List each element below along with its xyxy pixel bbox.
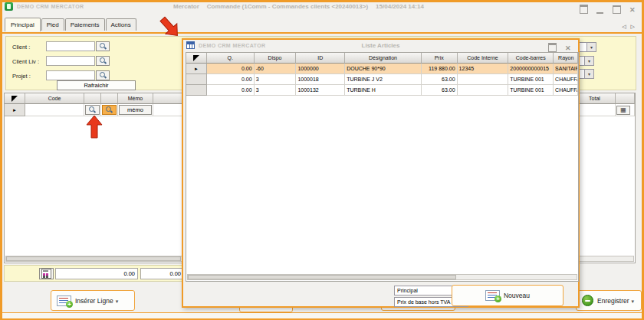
chevron-down-icon[interactable] [586,43,596,51]
grid-corner[interactable] [5,93,25,104]
column-header-designation[interactable]: Désignation [345,53,422,64]
tab-strip: PrincipalPiedPaiementsActions [5,17,137,32]
column-header-q[interactable]: Q. [207,53,255,64]
column-header-code[interactable]: Code [25,93,84,104]
column-header-memo[interactable]: Mémo [118,93,153,104]
memo-button[interactable]: mémo [119,105,152,115]
chevron-down-icon[interactable] [584,70,593,78]
client-liv-search-button[interactable] [96,56,110,66]
column-header-end [616,93,635,104]
row-selector [5,104,25,116]
article-row[interactable]: 0.00 3 1000132 TURBINE H 63.00 TURBINE 0… [186,85,578,96]
cell-designation: TURBINE H [345,85,422,96]
tab-principal[interactable]: Principal [5,18,41,31]
cell-q: 0.00 [207,85,255,96]
client-search-button[interactable] [96,41,110,51]
scrollbar-thumb[interactable] [6,256,181,261]
cell-designation: DOUCHE 90*90 [345,64,422,74]
search-icon [100,72,107,79]
scrollbar-thumb[interactable] [188,275,456,279]
save-button[interactable]: Enregistrer [576,290,642,311]
cell-designation: TURBINE J V2 [345,74,422,85]
article-search-button-highlighted[interactable] [102,105,117,115]
cell-code-interne: 12345 [458,64,509,74]
restore-icon[interactable] [580,5,588,14]
total-field-2: 0.00 [140,268,184,279]
column-header-prix[interactable]: Prix [422,53,458,64]
article-row[interactable]: 0.00 3 1000018 TURBINE J V2 63.00 TURBIN… [186,74,578,85]
new-article-label: Nouveau [504,292,530,299]
title-datetime: 15/04/2024 14:14 [376,3,424,10]
price-combo-value: Prix de base hors TVA [397,299,450,305]
restore-icon[interactable] [548,43,557,52]
cell-id: 1000018 [296,74,345,85]
tab-scroll-left-icon[interactable]: ◁ [622,24,626,30]
row-detail-button[interactable] [616,106,630,115]
memo-cell: mémo [118,104,153,116]
row-selector [186,74,207,85]
window-controls [574,3,636,17]
save-label: Enregistrer [597,297,634,305]
close-icon[interactable] [629,8,636,14]
cell-rayon: CHAUFFAGE [554,85,578,96]
totals-calc-button[interactable] [39,268,54,279]
column-header-blank-2[interactable] [101,93,118,104]
minimize-icon[interactable] [596,8,603,14]
insert-line-button[interactable]: Insérer Ligne [51,290,135,311]
annotation-arrow-to-search-button [85,114,104,139]
grid-corner-triangle-icon [12,96,18,102]
column-header-id[interactable]: ID [296,53,345,64]
articles-grid-header: Q. Dispo ID Désignation Prix Code Intern… [186,53,578,64]
projet-search-button[interactable] [96,70,110,80]
insert-line-label: Insérer Ligne [75,297,118,305]
column-header-blank-1[interactable] [84,93,101,104]
cell-code-barres: TURBINE 001 [508,85,554,96]
cell-prix: 119 880.00 [422,64,458,74]
cell-dispo: 3 [255,74,297,85]
new-article-icon [485,290,500,301]
close-icon[interactable] [565,46,572,52]
column-header-code-barres[interactable]: Code-barres [508,53,554,64]
cell-dispo: -60 [255,64,297,74]
cell-prix: 63.00 [422,85,458,96]
cell-code-interne [458,85,509,96]
grid-corner[interactable] [186,53,207,64]
refresh-button[interactable]: Rafraichir [57,80,136,90]
window-title: Mercator Commande (1Comm - Commandes cli… [173,3,424,10]
liste-articles-dialog: DEMO CRM MERCATOR Liste Articles Q. Disp… [182,38,580,308]
chevron-down-icon[interactable] [584,57,593,65]
articles-grid-hscrollbar[interactable] [187,274,577,280]
tab-paiements[interactable]: Paiements [65,18,105,31]
tab-actions[interactable]: Actions [106,18,136,31]
column-header-code-interne[interactable]: Code Interne [458,53,509,64]
app-icon [5,2,13,11]
new-article-button[interactable]: Nouveau [452,285,564,306]
row-selector [186,64,207,74]
article-row-selected[interactable]: 0.00 -60 1000000 DOUCHE 90*90 119 880.00… [186,64,578,74]
total-cell [574,104,616,116]
titlebar-left: DEMO CRM MERCATOR [5,2,84,11]
code-cell[interactable] [25,104,84,116]
column-header-dispo[interactable]: Dispo [255,53,297,64]
projet-input[interactable] [46,70,95,80]
cell-rayon: SANITAIRE [554,64,578,74]
save-icon [582,295,593,306]
maximize-icon[interactable] [613,5,621,14]
title-product: Mercator [173,3,199,10]
title-document: Commande (1Comm - Commandes clients <202… [207,3,368,10]
column-header-total[interactable]: Total [574,93,616,104]
tab-pied[interactable]: Pied [41,18,64,31]
cell-dispo: 3 [255,85,297,96]
search-icon [100,57,107,64]
client-input[interactable] [46,41,95,51]
cell-id: 1000000 [296,64,345,74]
cell-code-barres: 2000000000015 [508,64,554,74]
client-liv-input[interactable] [46,56,95,66]
row-selector [186,85,207,96]
calculator-icon [41,269,51,279]
view-combo-value: Principal [397,288,418,293]
tab-scroll-right-icon[interactable]: ▷ [631,24,635,30]
column-header-rayon[interactable]: Rayon [554,53,578,64]
cell-rayon: CHAUFFAGE [554,74,578,85]
insert-line-icon [57,296,71,306]
